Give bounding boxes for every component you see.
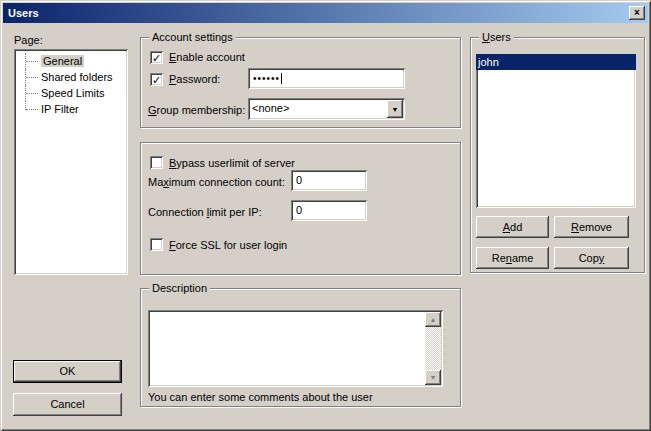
bypass-userlimit-label: Bypass userlimit of server (169, 157, 295, 170)
ok-button[interactable]: OK (13, 360, 122, 383)
description-textarea[interactable]: ▲ ▼ (148, 310, 443, 387)
account-settings-group-title: Account settings (149, 31, 236, 44)
tree-item-shared-folders[interactable]: Shared folders (14, 69, 128, 85)
tree-item-general[interactable]: General (14, 53, 128, 69)
text-caret (281, 73, 282, 84)
password-checkbox[interactable]: ✓ (150, 73, 163, 86)
title-bar[interactable]: Users × (3, 3, 648, 23)
checkmark-icon: ✓ (152, 53, 161, 64)
users-listbox[interactable]: john (476, 54, 636, 208)
password-input[interactable]: •••••• (248, 68, 405, 89)
description-group-title: Description (149, 282, 210, 295)
user-list-item[interactable]: john (476, 54, 636, 70)
users-group-title: Users (479, 31, 514, 44)
description-hint: You can enter some comments about the us… (148, 391, 373, 404)
enable-account-checkbox[interactable]: ✓ (150, 51, 163, 64)
page-label: Page: (14, 34, 43, 47)
window-title: Users (8, 7, 39, 19)
user-name: john (478, 56, 499, 68)
tree-item-label: Speed Limits (41, 87, 105, 99)
description-scrollbar[interactable]: ▲ ▼ (425, 312, 441, 385)
force-ssl-label: Force SSL for user login (169, 239, 287, 252)
remove-button-label: Remove (571, 221, 612, 234)
ok-button-label: OK (60, 365, 76, 378)
close-icon: × (634, 8, 640, 18)
copy-button[interactable]: Copy (554, 247, 629, 269)
checkmark-icon: ✓ (152, 75, 161, 86)
tree-item-speed-limits[interactable]: Speed Limits (14, 85, 128, 101)
users-dialog: Users × Page: General Shared folders Spe… (0, 0, 651, 431)
add-button[interactable]: Add (476, 216, 549, 238)
connection-limit-per-ip-input[interactable]: 0 (291, 200, 367, 221)
users-group: Users john Add Remove Rename Copy (470, 37, 645, 273)
connection-limit-per-ip-value: 0 (296, 204, 302, 216)
close-button[interactable]: × (629, 6, 645, 20)
add-button-label: Add (503, 221, 523, 234)
tree-item-ip-filter[interactable]: IP Filter (14, 101, 128, 117)
group-membership-select[interactable]: <none> ▼ (248, 98, 405, 120)
tree-item-label: Shared folders (41, 71, 113, 83)
tree-item-label: IP Filter (41, 103, 79, 115)
rename-button-label: Rename (492, 252, 534, 265)
chevron-down-icon: ▼ (392, 106, 399, 113)
connection-limit-per-ip-label: Connection limit per IP: (148, 206, 262, 219)
group-membership-value: <none> (252, 102, 289, 115)
group-membership-label: Group membership: (148, 104, 245, 117)
remove-button[interactable]: Remove (554, 216, 629, 238)
dropdown-button[interactable]: ▼ (387, 100, 403, 118)
tree-item-label: General (41, 55, 84, 67)
enable-account-label: Enable account (169, 51, 245, 64)
cancel-button[interactable]: Cancel (13, 393, 122, 416)
page-tree[interactable]: General Shared folders Speed Limits IP F… (14, 49, 128, 275)
description-group: Description ▲ ▼ You can enter some comme… (140, 288, 461, 407)
max-connection-count-label: Maximum connection count: (148, 176, 285, 189)
arrow-down-icon: ▼ (430, 374, 437, 381)
copy-button-label: Copy (579, 252, 605, 265)
rename-button[interactable]: Rename (476, 247, 549, 269)
arrow-up-icon: ▲ (430, 316, 437, 323)
password-masked-value: •••••• (253, 73, 280, 84)
max-connection-count-value: 0 (296, 174, 302, 186)
force-ssl-checkbox[interactable] (150, 238, 163, 251)
scroll-up-button[interactable]: ▲ (425, 312, 441, 327)
cancel-button-label: Cancel (50, 398, 84, 411)
bypass-userlimit-checkbox[interactable] (150, 156, 163, 169)
scroll-down-button[interactable]: ▼ (425, 370, 441, 385)
max-connection-count-input[interactable]: 0 (291, 170, 367, 191)
password-label: Password: (169, 73, 220, 86)
